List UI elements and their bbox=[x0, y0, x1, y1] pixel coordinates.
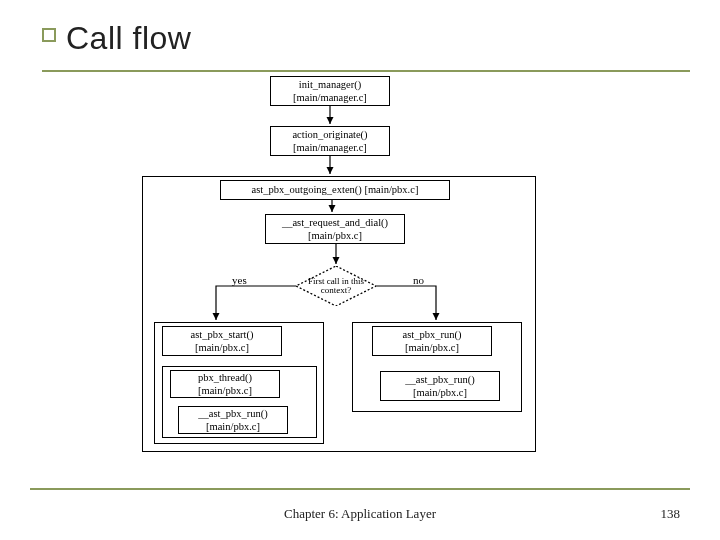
node-pbx-run-right: ast_pbx_run() [main/pbx.c] bbox=[372, 326, 492, 356]
node-pbx-start: ast_pbx_start() [main/pbx.c] bbox=[162, 326, 282, 356]
node-init-manager: init_manager() [main/manager.c] bbox=[270, 76, 390, 106]
footer-chapter: Chapter 6: Application Layer bbox=[0, 506, 720, 522]
divider-top bbox=[42, 70, 690, 72]
node-ast-pbx-run2: __ast_pbx_run() [main/pbx.c] bbox=[380, 371, 500, 401]
label-no: no bbox=[413, 274, 424, 286]
node-fn: action_originate() bbox=[271, 128, 389, 141]
node-src: [main/pbx.c] bbox=[171, 384, 279, 397]
node-fn: pbx_thread() bbox=[171, 371, 279, 384]
node-action-originate: action_originate() [main/manager.c] bbox=[270, 126, 390, 156]
node-src: [main/pbx.c] bbox=[179, 420, 287, 433]
slide-title: Call flow bbox=[66, 20, 191, 57]
node-src: [main/pbx.c] bbox=[381, 386, 499, 399]
node-text: ast_pbx_outgoing_exten() [main/pbx.c] bbox=[221, 183, 449, 196]
node-src: [main/pbx.c] bbox=[266, 229, 404, 242]
node-ast-pbx-run-inner: __ast_pbx_run() [main/pbx.c] bbox=[178, 406, 288, 434]
node-fn: ast_pbx_start() bbox=[163, 328, 281, 341]
node-fn: ast_pbx_run() bbox=[373, 328, 491, 341]
divider-bottom bbox=[30, 488, 690, 490]
title-bullet-icon bbox=[42, 28, 56, 42]
slide: Call flow init_manager() [main/manager.c… bbox=[0, 0, 720, 540]
flow-diagram: init_manager() [main/manager.c] action_o… bbox=[120, 76, 580, 476]
node-fn: __ast_pbx_run() bbox=[179, 407, 287, 420]
footer-page-number: 138 bbox=[661, 506, 681, 522]
node-src: [main/pbx.c] bbox=[163, 341, 281, 354]
node-outgoing-exten: ast_pbx_outgoing_exten() [main/pbx.c] bbox=[220, 180, 450, 200]
node-src: [main/manager.c] bbox=[271, 91, 389, 104]
node-pbx-thread: pbx_thread() [main/pbx.c] bbox=[170, 370, 280, 398]
node-src: [main/manager.c] bbox=[271, 141, 389, 154]
node-fn: __ast_request_and_dial() bbox=[266, 216, 404, 229]
decision-diamond: First call in this context? bbox=[296, 266, 376, 306]
label-yes: yes bbox=[232, 274, 247, 286]
decision-text: First call in this context? bbox=[306, 277, 366, 296]
node-fn: __ast_pbx_run() bbox=[381, 373, 499, 386]
node-fn: init_manager() bbox=[271, 78, 389, 91]
node-src: [main/pbx.c] bbox=[373, 341, 491, 354]
node-request-dial: __ast_request_and_dial() [main/pbx.c] bbox=[265, 214, 405, 244]
title-bar: Call flow bbox=[42, 20, 191, 57]
